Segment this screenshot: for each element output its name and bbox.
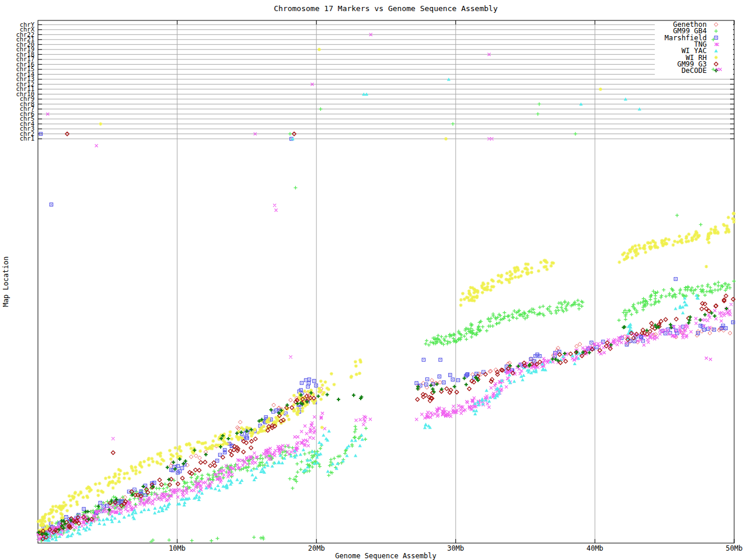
scatter-plot: chrYchrXchr22chr21chr20chr19chr18chr17ch… bbox=[0, 0, 747, 560]
x-tick-label: 50Mb bbox=[726, 544, 743, 552]
y-axis-label: Map Location bbox=[2, 257, 10, 307]
chromosome-label-chr1: chr1 bbox=[20, 135, 34, 142]
data-points-genethon bbox=[38, 327, 732, 537]
x-tick-label: 40Mb bbox=[587, 544, 603, 552]
x-axis-label: Genome Sequence Assembly bbox=[335, 552, 436, 560]
data-points-g3 bbox=[38, 132, 735, 541]
data-points bbox=[37, 33, 736, 544]
legend: GenethonGM99 GB4MarshfieldTNGWI YACWI RH… bbox=[655, 20, 733, 75]
plot-frame bbox=[38, 20, 734, 543]
data-points-wi_rh bbox=[37, 48, 736, 534]
x-tick-label: 10Mb bbox=[169, 544, 186, 552]
chart-title: Chromosome 17 Markers vs Genome Sequence… bbox=[274, 4, 498, 13]
x-tick-label: 30Mb bbox=[447, 544, 464, 552]
legend-label-decode: DeCODE bbox=[682, 66, 707, 75]
plot-border bbox=[38, 20, 734, 543]
chromosome-rows: chrYchrXchr22chr21chr20chr19chr18chr17ch… bbox=[16, 21, 734, 142]
x-tick-label: 20Mb bbox=[308, 544, 325, 552]
legend-marker-wi_rh bbox=[714, 56, 718, 60]
chart-screenshot: chrYchrXchr22chr21chr20chr19chr18chr17ch… bbox=[0, 0, 747, 560]
legend-marker-marshfield bbox=[715, 37, 717, 38]
gridlines bbox=[177, 20, 595, 543]
x-tick-labels: 10Mb20Mb30Mb40Mb50Mb bbox=[169, 544, 742, 552]
